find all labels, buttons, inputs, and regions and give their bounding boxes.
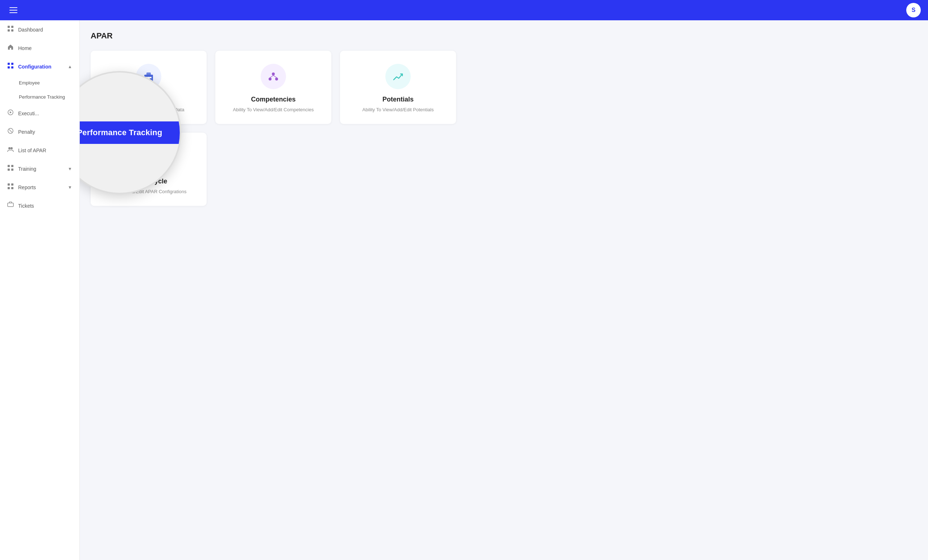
- performance-tracking-banner: Performance Tracking: [80, 121, 180, 144]
- magnifier-content: Performance Tracking: [80, 121, 180, 144]
- svg-rect-17: [8, 183, 10, 186]
- svg-rect-14: [11, 165, 14, 167]
- competencies-card-desc: Ability To View/Add/Edit Competencies: [233, 107, 314, 112]
- configuration-icon: [7, 63, 14, 71]
- competencies-card-title: Competencies: [251, 96, 295, 103]
- sidebar: Dashboard Home Configuration ▲ Employee …: [0, 20, 80, 560]
- svg-rect-25: [150, 77, 151, 78]
- svg-point-29: [275, 78, 278, 81]
- svg-line-30: [270, 75, 273, 78]
- svg-point-12: [11, 147, 13, 150]
- svg-rect-16: [11, 169, 14, 171]
- training-chevron-icon: ▼: [68, 166, 72, 171]
- svg-rect-7: [11, 66, 14, 69]
- tickets-icon: [7, 201, 14, 210]
- sidebar-item-training[interactable]: Training ▼: [0, 159, 79, 178]
- svg-rect-23: [147, 72, 151, 75]
- sidebar-item-home-label: Home: [18, 45, 32, 51]
- sidebar-item-home[interactable]: Home: [0, 39, 79, 57]
- sidebar-item-configuration-label: Configuration: [18, 64, 52, 70]
- sidebar-item-reports[interactable]: Reports ▼: [0, 178, 79, 197]
- sidebar-item-tickets[interactable]: Tickets: [0, 197, 79, 215]
- svg-line-10: [9, 130, 12, 132]
- sidebar-item-penalty-label: Penalty: [18, 129, 35, 135]
- sidebar-item-reports-label: Reports: [18, 185, 36, 190]
- svg-point-28: [269, 78, 272, 81]
- svg-rect-1: [11, 26, 14, 28]
- competencies-icon-wrap: [261, 64, 286, 89]
- sidebar-item-tickets-label: Tickets: [18, 203, 34, 209]
- potentials-card-desc: Ability To View/Add/Edit Potentials: [362, 107, 434, 112]
- hamburger-button[interactable]: [7, 5, 20, 15]
- svg-point-11: [8, 147, 11, 150]
- main-content: Performance Tracking APAR KRA Ability To: [80, 20, 928, 560]
- main-layout: Dashboard Home Configuration ▲ Employee …: [0, 20, 928, 560]
- sidebar-item-dashboard[interactable]: Dashboard: [0, 20, 79, 39]
- svg-rect-6: [8, 66, 10, 69]
- sidebar-item-training-label: Training: [18, 166, 36, 172]
- sidebar-item-dashboard-label: Dashboard: [18, 27, 43, 33]
- sidebar-item-list-of-apar[interactable]: List of APAR: [0, 141, 79, 159]
- page-title: APAR: [91, 31, 917, 41]
- top-header: S: [0, 0, 928, 20]
- execution-icon: [7, 109, 14, 117]
- svg-point-27: [272, 72, 275, 75]
- svg-rect-19: [8, 187, 10, 189]
- sidebar-item-employee-label: Employee: [19, 80, 40, 85]
- svg-rect-13: [8, 165, 10, 167]
- svg-rect-20: [11, 187, 14, 189]
- svg-rect-4: [8, 63, 10, 65]
- sidebar-item-execution-label: Executi...: [18, 111, 39, 116]
- hamburger-line-2: [9, 10, 17, 11]
- hamburger-line-1: [9, 7, 17, 8]
- card-competencies[interactable]: Competencies Ability To View/Add/Edit Co…: [215, 51, 331, 124]
- list-of-apar-icon: [7, 146, 14, 154]
- sidebar-item-employee[interactable]: Employee: [0, 76, 79, 90]
- svg-rect-3: [11, 29, 14, 32]
- sidebar-item-configuration[interactable]: Configuration ▲: [0, 57, 79, 76]
- svg-rect-2: [8, 29, 10, 32]
- sidebar-item-performance-tracking[interactable]: Performance Tracking: [0, 90, 79, 104]
- sidebar-item-penalty[interactable]: Penalty: [0, 122, 79, 141]
- hamburger-line-3: [9, 12, 17, 13]
- svg-rect-21: [8, 203, 14, 207]
- avatar-button[interactable]: S: [906, 3, 921, 17]
- svg-rect-15: [8, 169, 10, 171]
- home-icon: [7, 44, 14, 52]
- dashboard-icon: [7, 25, 14, 34]
- penalty-icon: [7, 128, 14, 136]
- potentials-icon-wrap: [385, 64, 411, 89]
- card-potentials[interactable]: Potentials Ability To View/Add/Edit Pote…: [340, 51, 456, 124]
- svg-rect-5: [11, 63, 14, 65]
- training-icon: [7, 165, 14, 173]
- svg-rect-18: [11, 183, 14, 186]
- configuration-chevron-icon: ▲: [68, 64, 72, 69]
- reports-icon: [7, 183, 14, 191]
- sidebar-item-performance-tracking-label: Performance Tracking: [19, 94, 65, 100]
- reports-chevron-icon: ▼: [68, 185, 72, 190]
- svg-line-31: [273, 75, 276, 78]
- svg-rect-0: [8, 26, 10, 28]
- sidebar-item-list-of-apar-label: List of APAR: [18, 148, 46, 153]
- sidebar-item-execution[interactable]: Executi...: [0, 104, 79, 122]
- potentials-card-title: Potentials: [382, 96, 414, 103]
- cards-grid: KRA Ability To View/Add/Edit KRA Data Co…: [91, 51, 917, 206]
